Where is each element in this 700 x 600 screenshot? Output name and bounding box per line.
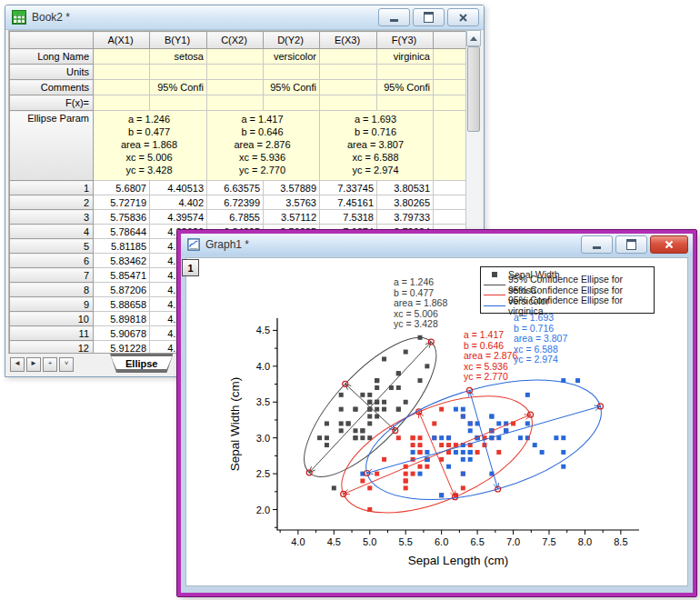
info-cell[interactable]: versicolor [264,49,320,65]
info-cell[interactable] [377,95,434,111]
info-cell[interactable] [94,95,150,111]
ellipse-param-annotation-0[interactable]: a = 1.246b = 0.477area = 1.868xc = 5.006… [394,277,447,330]
row-number[interactable]: 9 [10,297,94,312]
data-cell[interactable]: 6.63575 [207,181,264,195]
data-cell[interactable]: 5.88658 [94,297,150,312]
data-cell[interactable]: 5.91228 [94,341,150,354]
data-cell[interactable]: 4.402 [150,195,207,210]
info-cell[interactable] [264,95,320,111]
corner-cell[interactable] [10,32,94,49]
table-row: 15.68074.405136.635753.578897.337453.805… [10,181,466,195]
row-number[interactable]: 12 [10,341,94,354]
ellipse-param-cell[interactable]: a = 1.417b = 0.646area = 2.876xc = 5.936… [207,111,320,181]
info-cell[interactable] [207,80,264,95]
info-cell[interactable] [320,80,377,95]
row-number[interactable]: 4 [10,225,94,239]
row-number[interactable]: 11 [10,326,94,341]
data-cell[interactable]: 7.5318 [320,210,377,225]
sheet-list-button[interactable]: ˅ [59,357,74,372]
info-cell[interactable] [264,65,320,80]
data-cell[interactable]: 4.40513 [150,181,207,195]
plot-legend[interactable]: Sepal Width95% Confidence Ellipse for se… [480,266,655,314]
info-cell[interactable] [207,95,264,111]
data-cell[interactable]: 5.89818 [94,312,150,326]
minimize-button[interactable] [378,8,410,26]
ellipse-param-annotation-1[interactable]: a = 1.417b = 0.646area = 2.876xc = 5.936… [464,330,517,383]
row-number[interactable]: 6 [10,254,94,268]
data-cell[interactable]: 5.83462 [94,254,150,268]
row-label[interactable]: Comments [10,80,94,95]
data-cell[interactable]: 3.80265 [377,195,434,210]
data-cell[interactable]: 7.33745 [320,181,377,195]
close-button[interactable] [650,235,688,254]
data-cell[interactable]: 5.85471 [94,268,150,283]
scroll-up-button[interactable] [466,30,481,46]
row-number[interactable]: 7 [10,268,94,283]
data-cell[interactable]: 3.79733 [377,210,434,225]
row-label[interactable]: Ellipse Param [10,111,94,181]
column-header[interactable]: D(Y2) [264,32,320,49]
info-cell[interactable] [320,65,377,80]
data-cell[interactable]: 5.75836 [94,210,150,225]
data-cell[interactable]: 5.81185 [94,239,150,254]
info-cell[interactable]: setosa [150,49,207,65]
info-cell[interactable] [207,49,264,65]
info-cell[interactable]: virginica [377,49,434,65]
data-cell[interactable]: 3.5763 [264,195,320,210]
info-cell[interactable] [320,95,377,111]
tab-scroll-left-button[interactable]: ◄ [10,357,25,372]
ellipse-param-cell[interactable]: a = 1.693b = 0.716area = 3.807xc = 6.588… [320,111,434,181]
info-cell[interactable] [150,95,207,111]
graph-titlebar[interactable]: Graph1 * [181,234,693,256]
data-cell[interactable]: 6.72399 [207,195,264,210]
info-cell[interactable] [377,65,434,80]
row-number[interactable]: 10 [10,312,94,326]
info-cell[interactable] [207,65,264,80]
column-header[interactable]: F(Y3) [377,32,434,49]
info-cell[interactable] [150,65,207,80]
data-cell[interactable]: 3.57112 [264,210,320,225]
info-cell[interactable]: 95% Confi [377,80,434,95]
column-header[interactable]: B(Y1) [150,32,207,49]
data-cell[interactable]: 7.45161 [320,195,377,210]
row-number[interactable]: 1 [10,181,94,195]
column-header[interactable]: E(X3) [320,32,377,49]
data-cell[interactable]: 3.57889 [264,181,320,195]
data-cell[interactable]: 5.90678 [94,326,150,341]
row-number[interactable]: 2 [10,195,94,210]
data-cell[interactable]: 6.7855 [207,210,264,225]
add-sheet-button[interactable]: + [43,357,57,372]
restore-button[interactable] [413,8,445,26]
info-cell[interactable] [94,65,150,80]
data-cell[interactable]: 5.72719 [94,195,150,210]
minimize-button[interactable] [581,235,613,254]
row-label[interactable]: Units [10,65,94,80]
data-cell[interactable]: 4.39574 [150,210,207,225]
row-number[interactable]: 3 [10,210,94,225]
info-cell[interactable]: 95% Confi [264,80,320,95]
workbook-titlebar[interactable]: Book2 * [5,5,484,30]
data-cell[interactable]: 5.6807 [94,181,150,195]
column-header[interactable]: C(X2) [207,32,264,49]
data-cell[interactable]: 3.80531 [377,181,434,195]
data-cell[interactable]: 5.78644 [94,225,150,239]
row-label[interactable]: Long Name [10,49,94,65]
scrollbar-thumb[interactable] [467,46,480,132]
restore-button[interactable] [615,235,647,254]
info-cell[interactable]: 95% Confi [150,80,207,95]
info-cell[interactable] [94,49,150,65]
layer-1-button[interactable]: 1 [182,259,199,276]
data-cell[interactable]: 5.87206 [94,283,150,297]
info-cell[interactable] [320,49,377,65]
row-number[interactable]: 8 [10,283,94,297]
tab-scroll-right-button[interactable]: ► [26,357,41,372]
sheet-tab-ellipse[interactable]: Ellipse [110,354,173,373]
ellipse-param-annotation-2[interactable]: a = 1.693b = 0.716area = 3.807xc = 6.588… [514,313,567,365]
column-header[interactable]: A(X1) [94,32,150,49]
row-label[interactable]: F(x)= [10,95,94,111]
info-cell[interactable] [94,80,150,95]
row-number[interactable]: 5 [10,239,94,254]
close-button[interactable] [447,8,479,26]
workbook-title: Book2 * [32,11,375,24]
ellipse-param-cell[interactable]: a = 1.246b = 0.477area = 1.868xc = 5.006… [94,111,207,181]
